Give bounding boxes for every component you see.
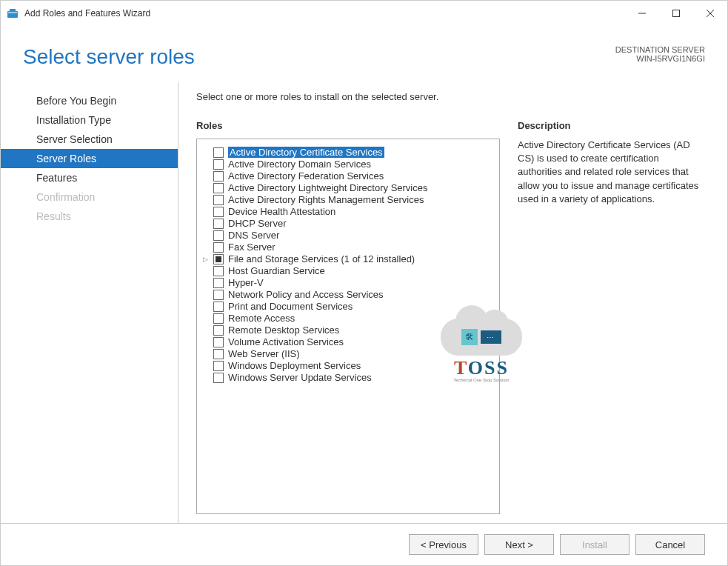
role-label: Device Health Attestation [228, 206, 335, 217]
role-checkbox[interactable] [213, 147, 224, 158]
close-button[interactable] [693, 1, 727, 26]
role-checkbox[interactable] [213, 278, 224, 288]
role-item[interactable]: Hyper-V [203, 277, 493, 288]
role-label: Active Directory Lightweight Directory S… [228, 182, 427, 193]
page-title: Select server roles [23, 45, 195, 69]
role-label: Active Directory Domain Services [228, 159, 371, 170]
role-checkbox[interactable] [213, 159, 224, 170]
role-checkbox[interactable] [213, 290, 224, 300]
role-item[interactable]: Active Directory Certificate Services [203, 147, 493, 158]
roles-list[interactable]: Active Directory Certificate ServicesAct… [196, 139, 500, 514]
role-item[interactable]: Print and Document Services [203, 301, 493, 312]
wizard-window: Add Roles and Features Wizard Select ser… [0, 0, 728, 566]
titlebar: Add Roles and Features Wizard [1, 1, 727, 26]
sidebar-item-server-selection[interactable]: Server Selection [1, 130, 178, 149]
description-label: Description [518, 120, 705, 131]
role-label: Remote Access [228, 313, 295, 324]
panels: Roles Active Directory Certificate Servi… [196, 120, 705, 514]
role-label: File and Storage Services (1 of 12 insta… [228, 253, 415, 264]
maximize-button[interactable] [659, 1, 693, 26]
role-item[interactable]: Web Server (IIS) [203, 348, 493, 359]
role-item[interactable]: Remote Access [203, 313, 493, 324]
previous-button[interactable]: < Previous [409, 534, 478, 555]
role-label: Fax Server [228, 242, 275, 253]
role-checkbox[interactable] [213, 242, 224, 253]
role-item[interactable]: Active Directory Domain Services [203, 159, 493, 170]
sidebar-item-installation-type[interactable]: Installation Type [1, 110, 178, 130]
role-label: Print and Document Services [228, 301, 353, 312]
role-item[interactable]: Remote Desktop Services [203, 324, 493, 336]
role-checkbox[interactable] [213, 254, 224, 264]
role-label: Active Directory Federation Services [228, 170, 384, 182]
description-panel: Description Active Directory Certificate… [518, 120, 705, 514]
role-label: Volume Activation Services [228, 336, 344, 347]
role-checkbox[interactable] [213, 207, 224, 217]
expand-icon[interactable]: ▷ [201, 256, 209, 263]
role-item[interactable]: Host Guardian Service [203, 265, 493, 276]
next-button[interactable]: Next > [484, 534, 554, 555]
window-controls [625, 1, 727, 26]
role-item[interactable]: ▷File and Storage Services (1 of 12 inst… [203, 253, 493, 264]
content: Before You BeginInstallation TypeServer … [1, 82, 727, 523]
role-checkbox[interactable] [213, 230, 224, 241]
destination-server-label: DESTINATION SERVER [615, 45, 705, 54]
role-label: Windows Deployment Services [228, 360, 361, 371]
sidebar-item-confirmation: Confirmation [1, 187, 178, 207]
wizard-steps-sidebar: Before You BeginInstallation TypeServer … [23, 82, 178, 523]
description-text: Active Directory Certificate Services (A… [518, 139, 705, 206]
role-checkbox[interactable] [213, 302, 224, 312]
roles-panel: Roles Active Directory Certificate Servi… [196, 120, 500, 514]
role-item[interactable]: Volume Activation Services [203, 336, 493, 347]
role-label: Hyper-V [228, 277, 264, 288]
role-label: Remote Desktop Services [228, 324, 339, 336]
role-item[interactable]: Windows Server Update Services [203, 372, 493, 383]
role-checkbox[interactable] [213, 373, 224, 383]
role-checkbox[interactable] [213, 266, 224, 276]
role-item[interactable]: Active Directory Lightweight Directory S… [203, 182, 493, 193]
role-label: Windows Server Update Services [228, 372, 372, 383]
role-item[interactable]: DNS Server [203, 230, 493, 241]
role-label: DNS Server [228, 230, 279, 241]
sidebar-item-features[interactable]: Features [1, 168, 178, 187]
app-icon [7, 7, 19, 19]
svg-rect-1 [10, 9, 16, 11]
role-label: Web Server (IIS) [228, 348, 300, 359]
footer: < Previous Next > Install Cancel [1, 523, 727, 565]
role-label: Network Policy and Access Services [228, 289, 384, 300]
role-checkbox[interactable] [213, 361, 224, 371]
header: Select server roles DESTINATION SERVER W… [1, 26, 727, 82]
role-item[interactable]: Active Directory Rights Management Servi… [203, 194, 493, 205]
destination-server: DESTINATION SERVER WIN-I5RVGI1N6GI [615, 45, 705, 63]
svg-rect-4 [673, 10, 680, 17]
role-checkbox[interactable] [213, 219, 224, 229]
role-item[interactable]: Device Health Attestation [203, 206, 493, 217]
role-item[interactable]: DHCP Server [203, 218, 493, 229]
role-checkbox[interactable] [213, 183, 224, 193]
role-label: Active Directory Rights Management Servi… [228, 194, 424, 205]
sidebar-item-results: Results [1, 207, 178, 226]
role-item[interactable]: Windows Deployment Services [203, 360, 493, 371]
install-button[interactable]: Install [560, 534, 630, 555]
role-checkbox[interactable] [213, 313, 224, 324]
role-item[interactable]: Active Directory Federation Services [203, 170, 493, 182]
role-label: DHCP Server [228, 218, 287, 229]
role-label: Host Guardian Service [228, 265, 325, 276]
role-label: Active Directory Certificate Services [228, 147, 384, 158]
instruction-text: Select one or more roles to install on t… [196, 91, 705, 102]
window-title: Add Roles and Features Wizard [24, 8, 625, 19]
role-item[interactable]: Network Policy and Access Services [203, 289, 493, 300]
role-checkbox[interactable] [213, 349, 224, 359]
main-panel: Select one or more roles to install on t… [178, 82, 727, 523]
svg-rect-2 [8, 12, 17, 13]
role-checkbox[interactable] [213, 337, 224, 347]
sidebar-item-before-you-begin[interactable]: Before You Begin [1, 91, 178, 110]
role-checkbox[interactable] [213, 171, 224, 182]
role-checkbox[interactable] [213, 195, 224, 205]
sidebar-item-server-roles[interactable]: Server Roles [1, 149, 178, 168]
roles-label: Roles [196, 120, 500, 131]
cancel-button[interactable]: Cancel [635, 534, 705, 555]
minimize-button[interactable] [625, 1, 659, 26]
role-item[interactable]: Fax Server [203, 242, 493, 253]
destination-server-name: WIN-I5RVGI1N6GI [615, 54, 705, 63]
role-checkbox[interactable] [213, 325, 224, 336]
